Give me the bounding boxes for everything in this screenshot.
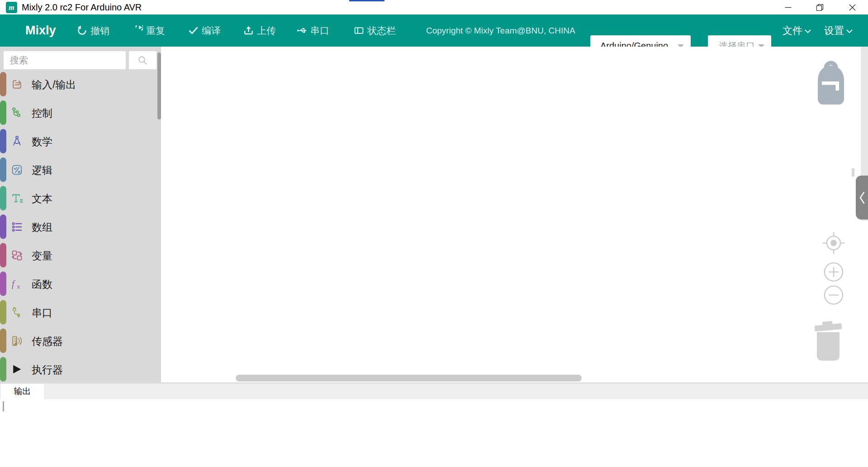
settings-menu[interactable]: 设置 <box>824 14 853 47</box>
sidebar-item-label: 输入/输出 <box>32 77 76 91</box>
category-color-pill <box>0 329 6 353</box>
chevron-left-icon <box>859 191 866 205</box>
category-color-pill <box>0 100 6 125</box>
tab-output[interactable]: 输出 <box>1 384 44 399</box>
redo-button[interactable]: 重复 <box>133 14 165 47</box>
restore-button[interactable] <box>813 1 826 14</box>
accent-line <box>349 0 384 1</box>
category-color-pill <box>0 272 6 296</box>
mixly-logo-icon: m <box>6 2 17 13</box>
output-tabbar: 输出 <box>0 384 868 399</box>
app-window: m Mixly 2.0 rc2 For Arduino AVR Mixly <box>0 0 868 467</box>
upload-icon <box>243 25 254 36</box>
collapse-panel-button[interactable] <box>856 176 868 219</box>
undo-button[interactable]: 撤销 <box>77 14 109 47</box>
file-menu[interactable]: 文件 <box>783 14 811 47</box>
sidebar-item-label: 控制 <box>32 106 52 120</box>
sidebar-item-variable[interactable]: 变量 <box>0 241 157 270</box>
upload-label: 上传 <box>257 24 276 37</box>
search-input[interactable] <box>4 51 126 69</box>
upload-button[interactable]: 上传 <box>243 14 276 47</box>
category-color-pill <box>0 300 6 324</box>
sidebar-item-label: 逻辑 <box>32 163 52 177</box>
sidebar-item-label: 执行器 <box>32 362 63 376</box>
title-bar: m Mixly 2.0 rc2 For Arduino AVR <box>0 0 868 14</box>
output-caret <box>3 401 4 411</box>
redo-icon <box>133 25 143 36</box>
serial-label: 串口 <box>310 24 329 37</box>
io-icon <box>10 78 24 91</box>
search-button[interactable] <box>129 51 157 69</box>
trash-icon[interactable] <box>814 319 843 362</box>
window-title: Mixly 2.0 rc2 For Arduino AVR <box>22 0 142 14</box>
output-panel[interactable] <box>0 399 868 467</box>
sidebar-item-actuator[interactable]: 执行器 <box>0 355 157 384</box>
sidebar-item-label: 传感器 <box>32 334 63 348</box>
statusbar-button[interactable]: 状态栏 <box>354 14 396 47</box>
compile-label: 编译 <box>202 24 221 37</box>
sidebar-item-control[interactable]: 控制 <box>0 99 157 127</box>
target-icon[interactable] <box>822 231 845 255</box>
file-menu-label: 文件 <box>783 24 802 38</box>
search-icon <box>138 55 148 66</box>
sidebar-scrollbar-thumb[interactable] <box>157 52 161 119</box>
serial-button[interactable]: 串口 <box>297 14 329 47</box>
sidebar-item-io[interactable]: 输入/输出 <box>0 70 157 99</box>
workspace-canvas[interactable] <box>161 47 868 382</box>
sidebar-item-sensor[interactable]: 传感器 <box>0 327 157 355</box>
array-icon <box>10 220 24 234</box>
function-icon: f x <box>10 277 24 291</box>
backpack-icon[interactable] <box>816 60 845 105</box>
category-color-pill <box>0 186 6 210</box>
actuator-icon <box>10 363 24 376</box>
text-icon <box>10 192 24 205</box>
horizontal-scrollbar[interactable] <box>236 375 582 381</box>
svg-text:f: f <box>12 279 16 289</box>
sidebar-item-label: 数学 <box>32 134 52 148</box>
sidebar-item-label: 函数 <box>32 277 52 291</box>
serial-icon <box>297 25 307 36</box>
compile-button[interactable]: 编译 <box>188 14 221 47</box>
main-toolbar: Mixly 撤销 重复 编译 <box>0 14 868 47</box>
chevron-down-icon <box>846 29 853 33</box>
minimize-icon <box>785 4 792 11</box>
sidebar-item-array[interactable]: 数组 <box>0 213 157 241</box>
restore-icon <box>816 4 823 11</box>
category-color-pill <box>0 214 6 239</box>
category-color-pill <box>0 357 6 381</box>
math-icon <box>10 135 24 148</box>
sidebar-item-math[interactable]: 数学 <box>0 127 157 156</box>
sidebar-item-label: 文本 <box>32 191 52 205</box>
close-icon <box>849 4 856 11</box>
undo-icon <box>77 25 87 36</box>
logic-icon <box>10 163 24 176</box>
sidebar-item-logic[interactable]: 逻辑 <box>0 156 157 184</box>
redo-label: 重复 <box>146 24 165 37</box>
compile-icon <box>188 25 199 36</box>
zoom-out-icon[interactable] <box>823 285 844 305</box>
sensor-icon <box>10 334 24 348</box>
blocks-sidebar: 输入/输出 控制 <box>0 47 161 382</box>
vertical-scrollbar-thumb[interactable] <box>852 168 854 176</box>
variable-icon <box>10 249 24 262</box>
mixly-logo-letter: m <box>9 4 14 11</box>
statusbar-label: 状态栏 <box>367 24 396 37</box>
category-color-pill <box>0 129 6 153</box>
tab-output-label: 输出 <box>14 386 31 397</box>
sidebar-item-label: 串口 <box>32 305 52 319</box>
zoom-in-icon[interactable] <box>823 262 844 282</box>
sidebar-item-label: 数组 <box>32 220 52 234</box>
sidebar-item-serialport[interactable]: 串口 <box>0 298 157 327</box>
copyright-text: Copyright © Mixly Team@BNU, CHINA <box>426 14 575 47</box>
undo-label: 撤销 <box>90 24 109 37</box>
sidebar-item-function[interactable]: f x 函数 <box>0 270 157 298</box>
sidebar-item-label: 变量 <box>32 248 52 262</box>
control-icon <box>10 106 24 119</box>
category-color-pill <box>0 243 6 267</box>
close-button[interactable] <box>845 1 859 14</box>
svg-text:x: x <box>17 283 20 290</box>
minimize-button[interactable] <box>781 1 795 14</box>
serialport-icon <box>10 306 24 319</box>
sidebar-item-text[interactable]: 文本 <box>0 184 157 213</box>
settings-menu-label: 设置 <box>824 24 844 38</box>
